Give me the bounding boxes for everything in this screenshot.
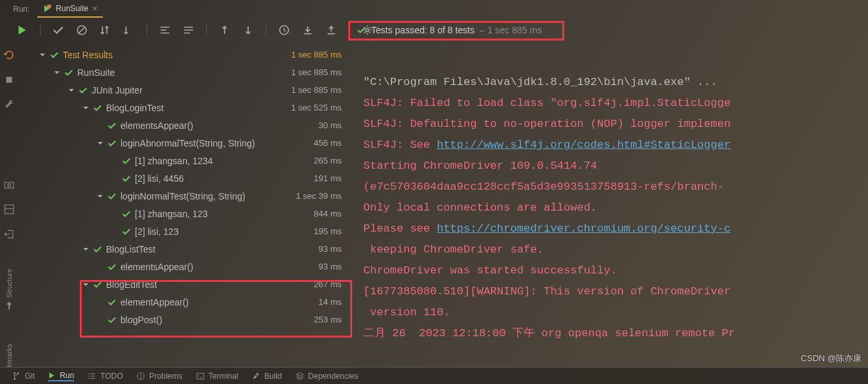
- test-name: BlogEditTest: [106, 279, 157, 290]
- exit-icon[interactable]: [3, 228, 15, 240]
- test-time: 93 ms: [319, 262, 342, 271]
- test-tree: Test Results1 sec 885 msRunSuite1 sec 88…: [39, 46, 347, 328]
- close-icon[interactable]: ×: [92, 3, 98, 14]
- check-icon[interactable]: [52, 24, 64, 36]
- chevron-down-icon: [82, 105, 89, 111]
- check-pass-icon: [107, 192, 117, 201]
- separator: [40, 24, 41, 36]
- test-row[interactable]: [1] zhangsan, 1234265 ms: [39, 152, 347, 169]
- expand-icon[interactable]: [159, 24, 171, 36]
- svg-rect-8: [5, 205, 14, 214]
- run-label: Run:: [13, 5, 29, 14]
- separator: [147, 24, 147, 36]
- test-row[interactable]: elementAppear()14 ms: [39, 293, 347, 311]
- test-row[interactable]: RunSuite1 sec 885 ms: [39, 63, 347, 81]
- console-link[interactable]: http://www.slf4j.org/codes.html#StaticLo…: [437, 139, 731, 151]
- disable-icon[interactable]: [76, 24, 88, 36]
- export-icon[interactable]: [325, 24, 337, 36]
- test-row[interactable]: loginNormalTest(String, String)1 sec 39 …: [39, 187, 347, 205]
- test-row[interactable]: [2] lisi, 123195 ms: [39, 222, 347, 240]
- layout-icon[interactable]: [3, 203, 15, 215]
- pin-icon[interactable]: [3, 300, 15, 312]
- check-pass-icon: [50, 50, 59, 60]
- separator: [349, 24, 350, 36]
- svg-rect-16: [196, 373, 204, 379]
- test-time: 195 ms: [314, 226, 342, 236]
- test-time: 30 ms: [319, 120, 342, 130]
- rerun-icon[interactable]: [16, 24, 28, 36]
- check-pass-icon: [122, 209, 131, 218]
- test-row[interactable]: elementsAppear()30 ms: [39, 116, 347, 134]
- stop-rail-icon[interactable]: [3, 74, 15, 86]
- test-row[interactable]: elementsAppear()93 ms: [39, 258, 347, 275]
- test-row[interactable]: [1] zhangsan, 123844 ms: [39, 205, 347, 222]
- build-tab[interactable]: Build: [251, 372, 282, 381]
- sort2-icon[interactable]: [123, 24, 135, 36]
- test-name: loginAbnormalTest(String, String): [120, 138, 255, 148]
- svg-rect-0: [47, 5, 51, 8]
- test-time: 191 ms: [314, 173, 342, 183]
- test-name: [1] zhangsan, 1234: [135, 156, 213, 166]
- console-line: ChromeDriver was started successfully.: [363, 264, 617, 277]
- console-line: SLF4J: Failed to load class "org.slf4j.i…: [363, 97, 731, 109]
- check-pass-icon: [64, 68, 73, 77]
- test-time: 1 sec 885 ms: [291, 85, 342, 95]
- tab-runsuite[interactable]: RunSuite ×: [37, 1, 103, 18]
- git-tab[interactable]: Git: [12, 372, 35, 381]
- test-row[interactable]: JUnit Jupiter1 sec 885 ms: [39, 81, 347, 99]
- test-row[interactable]: BlogListTest93 ms: [39, 240, 347, 258]
- wrench-icon[interactable]: [3, 99, 15, 111]
- check-pass-icon: [357, 26, 366, 35]
- check-pass-icon: [122, 174, 131, 183]
- check-pass-icon: [107, 315, 117, 324]
- test-name: [2] lisi, 123: [135, 226, 179, 237]
- svg-point-7: [8, 184, 11, 187]
- rerun-rail-icon[interactable]: [3, 49, 15, 61]
- test-time: 1 sec 525 ms: [291, 103, 342, 113]
- collapse-icon[interactable]: [183, 24, 194, 36]
- play-icon: [48, 372, 56, 379]
- test-name: elementsAppear(): [120, 262, 193, 272]
- test-row[interactable]: [2] lisi, 4456191 ms: [39, 169, 347, 187]
- test-name: [2] lisi, 4456: [135, 173, 184, 184]
- prev-icon[interactable]: [219, 24, 230, 36]
- next-icon[interactable]: [242, 24, 254, 36]
- console-line: SLF4J: Defaulting to no-operation (NOP) …: [363, 118, 731, 130]
- history-icon[interactable]: [278, 24, 290, 36]
- problems-tab[interactable]: Problems: [136, 372, 183, 381]
- structure-label[interactable]: Structure: [5, 269, 13, 298]
- test-row[interactable]: Test Results1 sec 885 ms: [39, 46, 347, 63]
- test-time: 267 ms: [314, 279, 342, 289]
- branch-icon: [12, 372, 21, 381]
- test-toolbar: [16, 21, 373, 39]
- console-link[interactable]: https://chromedriver.chromium.org/securi…: [437, 222, 731, 235]
- camera-icon[interactable]: [3, 179, 15, 190]
- terminal-tab[interactable]: Terminal: [196, 372, 238, 381]
- console-line: Only local connections are allowed.: [363, 201, 597, 214]
- check-pass-icon: [122, 227, 131, 236]
- test-row[interactable]: blogPost()253 ms: [39, 311, 347, 328]
- test-name: Test Results: [63, 50, 113, 60]
- console-line: [1677385080.510][WARNING]: This version …: [363, 285, 731, 298]
- run-tab[interactable]: Run: [48, 371, 74, 381]
- sort-icon[interactable]: [99, 24, 111, 36]
- chevron-down-icon: [82, 281, 89, 288]
- test-row[interactable]: BlogEditTest267 ms: [39, 275, 347, 293]
- import-icon[interactable]: [302, 24, 314, 36]
- check-pass-icon: [107, 139, 117, 148]
- console-line: SLF4J: See http://www.slf4j.org/codes.ht…: [363, 139, 731, 151]
- todo-tab[interactable]: TODO: [87, 372, 122, 381]
- console-output[interactable]: "C:\Program Files\Java\jdk1.8.0_192\bin\…: [363, 51, 868, 364]
- test-name: loginNormalTest(String, String): [120, 191, 245, 201]
- test-row[interactable]: BlogLoginTest1 sec 525 ms: [39, 99, 347, 116]
- console-line: version 110.: [363, 306, 450, 319]
- test-time: 844 ms: [314, 209, 342, 218]
- test-name: BlogListTest: [106, 244, 155, 254]
- separator: [266, 24, 266, 36]
- test-row[interactable]: loginAbnormalTest(String, String)456 ms: [39, 134, 347, 152]
- test-time: 1 sec 885 ms: [291, 67, 342, 77]
- test-name: elementAppear(): [120, 297, 189, 307]
- svg-point-15: [140, 377, 141, 378]
- deps-tab[interactable]: Dependencies: [295, 372, 359, 381]
- check-pass-icon: [107, 262, 117, 271]
